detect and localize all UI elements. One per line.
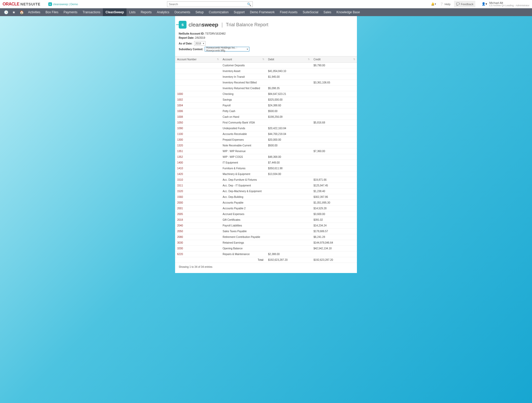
table-row: 1352WIP : WIP COGS$48,368.00 — [175, 154, 357, 160]
nav-item-customization[interactable]: Customization — [206, 8, 231, 16]
cell-credit — [311, 103, 357, 108]
search-icon[interactable]: 🔍 — [247, 2, 251, 6]
subsidiary-label: Subsidiary Context: — [179, 48, 203, 51]
cleansweep-logo-icon: s — [179, 21, 187, 29]
nav-item-support[interactable]: Support — [231, 8, 247, 16]
cell-credit — [311, 108, 357, 114]
cell-credit: $1,051,895.30 — [311, 200, 357, 206]
nav-item-sales[interactable]: Sales — [321, 8, 334, 16]
cell-account-number: 2050 — [175, 229, 221, 234]
oracle-logo: ORACLE — [3, 2, 19, 6]
cell-account: Payroll Liabilities — [221, 223, 266, 229]
help-label: Help — [444, 3, 450, 6]
cell-credit — [311, 86, 357, 91]
cell-account-number: 1006 — [175, 108, 221, 114]
topbar-tools: 🔔▾ ❔ Help 💬 Feedback 👤▾ Michael Alt CS A… — [431, 1, 529, 7]
nav-items: ActivitiesBox FilesPaymentsTransactionsC… — [25, 8, 362, 16]
nav-item-transactions[interactable]: Transactions — [80, 8, 103, 16]
cell-account: Retained Earnings — [221, 240, 266, 246]
nav-item-payments[interactable]: Payments — [61, 8, 80, 16]
cell-account: Accounts Payable — [221, 200, 266, 206]
cell-credit — [311, 114, 357, 120]
nav-item-activities[interactable]: Activities — [25, 8, 43, 16]
help-link[interactable]: ❔ Help — [440, 2, 450, 6]
cell-account: WIP : WIP Revenue — [221, 148, 266, 154]
table-row: 1511Acc. Dep - IT Equipment$125,947.45 — [175, 183, 357, 188]
report-header: s cleansweep | Trial Balance Report NetS… — [175, 16, 357, 54]
cell-account: Inventory Asset — [221, 68, 266, 74]
nav-recent-icon[interactable]: 🕒 — [2, 10, 10, 14]
netsuite-logo: NETSUITE — [21, 2, 41, 6]
cell-account: Acc. Dep-Building — [221, 194, 266, 200]
cell-account-number: 1510 — [175, 177, 221, 183]
cell-account-number: 2040 — [175, 223, 221, 229]
cell-credit: $5,816.68 — [311, 120, 357, 126]
nav-item-documents[interactable]: Documents — [172, 8, 193, 16]
nav-item-knowledge-base[interactable]: Knowledge Base — [334, 8, 362, 16]
table-row: Inventory Received Not Billed$3,361,106.… — [175, 80, 357, 86]
cell-debit: $44,700,218.04 — [266, 131, 311, 137]
account-id-value: TSTDRV1632482 — [205, 32, 226, 35]
cell-credit: $19,871.66 — [311, 177, 357, 183]
global-search: 🔍 — [167, 1, 253, 7]
cell-credit: $6,241.28 — [311, 234, 357, 240]
account-id-label: NetSuite Account ID: — [179, 32, 204, 35]
nav-item-cleansweep[interactable]: CleanSweep — [103, 8, 127, 16]
cell-credit — [311, 126, 357, 131]
cell-debit — [266, 188, 311, 194]
subsidiary-select[interactable]: Honeycomb Holdings Inc. : Honeycomb Mfg. — [205, 47, 249, 51]
feedback-icon: 💬 — [456, 2, 460, 6]
cell-credit — [311, 143, 357, 148]
table-row: 2005Accrued Expenses$3,600.00 — [175, 211, 357, 217]
cleansweep-small-logo[interactable]: s cleansweep | Demo — [48, 2, 78, 6]
as-of-filter-row: As of Date: 2018 — [179, 41, 353, 46]
table-total-row: Total: $192,623,287.20 $192,623,287.20 — [175, 257, 357, 263]
cell-credit: $9,790.00 — [311, 63, 357, 68]
cell-debit: $41,854,843.10 — [266, 68, 311, 74]
nav-item-analytics[interactable]: Analytics — [154, 8, 172, 16]
cell-account: Acc. Dep-Machinery & Equipment — [221, 188, 266, 194]
cell-credit — [311, 137, 357, 143]
cell-debit — [266, 246, 311, 251]
nav-item-setup[interactable]: Setup — [193, 8, 206, 16]
cell-debit — [266, 194, 311, 200]
col-credit[interactable]: Credit⇅ — [311, 56, 357, 63]
table-row: 3030Retained Earnings$144,978,046.64 — [175, 240, 357, 246]
col-account[interactable]: Account⇅ — [221, 56, 266, 63]
nav-item-reports[interactable]: Reports — [138, 8, 154, 16]
nav-item-lists[interactable]: Lists — [127, 8, 138, 16]
cell-debit — [266, 183, 311, 188]
user-avatar-icon: 👤▾ — [482, 2, 487, 6]
cell-debit: $48,368.00 — [266, 154, 311, 160]
col-account-number[interactable]: Account Number⇅ — [175, 56, 221, 63]
cell-account-number: 1004 — [175, 103, 221, 108]
feedback-label: Feedback — [461, 3, 473, 6]
search-input[interactable] — [167, 1, 253, 7]
title-separator: | — [221, 22, 223, 28]
nav-item-suitesocial[interactable]: SuiteSocial — [300, 8, 321, 16]
cell-account-number: 2080 — [175, 234, 221, 240]
notifications-icon[interactable]: 🔔▾ — [431, 2, 436, 6]
cell-account-number: 1320 — [175, 143, 221, 148]
cell-account: Customer Deposits — [221, 63, 266, 68]
nav-favorite-icon[interactable]: ★ — [10, 10, 18, 14]
col-debit[interactable]: Debit⇅ — [266, 56, 311, 63]
table-row: 1560Acc. Dep-Building$302,397.86 — [175, 194, 357, 200]
user-menu[interactable]: 👤▾ Michael Alt CS Archive QA Leading - A… — [482, 1, 529, 7]
table-row: 1000Checking$84,647,623.21 — [175, 91, 357, 97]
feedback-link[interactable]: 💬 Feedback — [454, 1, 475, 7]
nav-item-demo-framework[interactable]: Demo Framework — [247, 8, 277, 16]
cell-debit — [266, 206, 311, 211]
nav-item-box-files[interactable]: Box Files — [43, 8, 61, 16]
report-date-label: Report Date: — [179, 36, 194, 39]
cell-credit — [311, 160, 357, 166]
table-row: 1420Machinery & Equipment$13,934.00 — [175, 171, 357, 177]
as-of-date-select[interactable]: 2018 — [194, 41, 205, 46]
cell-account: Sales Taxes Payable — [221, 229, 266, 234]
report-panel: s cleansweep | Trial Balance Report NetS… — [175, 16, 357, 273]
cell-account: Inventory Received Not Billed — [221, 80, 266, 86]
nav-home-icon[interactable]: 🏠 — [18, 10, 25, 14]
report-title: Trial Balance Report — [226, 22, 268, 28]
nav-item-fixed-assets[interactable]: Fixed Assets — [277, 8, 300, 16]
cell-debit: $84,647,623.21 — [266, 91, 311, 97]
